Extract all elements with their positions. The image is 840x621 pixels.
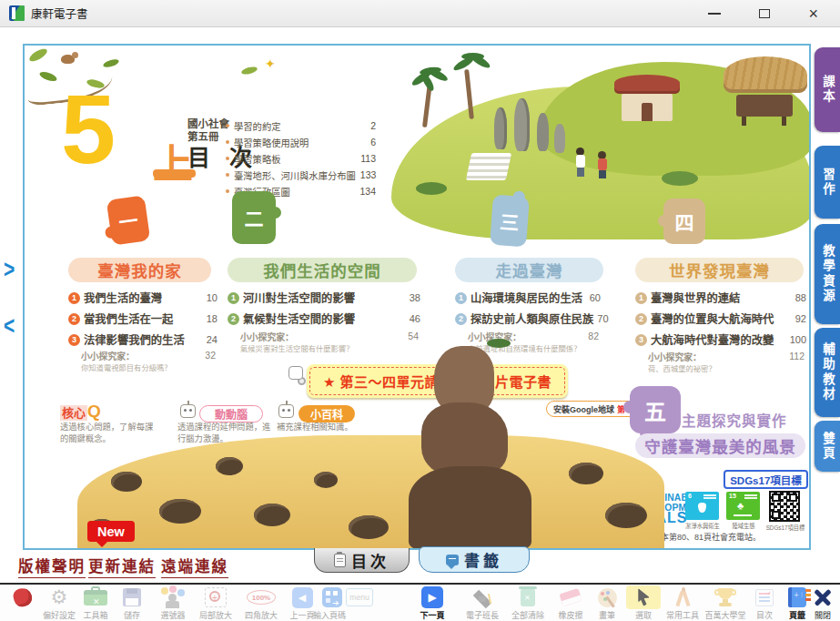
sdg15-icon: 15 ♣ bbox=[726, 492, 760, 520]
rock bbox=[216, 457, 243, 475]
unit5-category: 主題探究與實作 bbox=[682, 410, 787, 430]
children-illustration bbox=[574, 148, 620, 186]
rock-tower-illustration bbox=[409, 466, 531, 550]
toolbar-corner-zoom[interactable]: 100% 四角放大 bbox=[240, 585, 282, 621]
lesson-row: 2當我們生活在一起18 bbox=[68, 310, 218, 327]
sidebar-tab-teaching-resources[interactable]: 教學資源 bbox=[815, 224, 840, 324]
book-page: ✦ 5 上 國小社會 第五冊 目 次 學習的約定2 學習策略使用說明6 學習策略… bbox=[23, 44, 811, 550]
maximize-button[interactable] bbox=[759, 9, 770, 18]
bookmark-icon bbox=[446, 555, 459, 565]
unit1-title: 臺灣我的家 bbox=[68, 258, 211, 282]
legend-desc: 補充課程相關知識。 bbox=[277, 422, 353, 433]
front-matter-row: 學習策略板113 bbox=[226, 150, 376, 167]
next-arrow[interactable]: > bbox=[4, 255, 15, 284]
right-arrow-icon: ▶ bbox=[421, 586, 443, 608]
front-matter-row: 學習的約定2 bbox=[226, 117, 376, 134]
sparkle-illustration: ✦ bbox=[241, 56, 296, 84]
lesson-row: 1河川對生活空間的影響38 bbox=[228, 290, 420, 306]
front-matter-row: 臺灣地形、河川與水庫分布圖133 bbox=[226, 167, 376, 183]
sdgs-button[interactable]: SDGs17項目標 bbox=[724, 470, 808, 489]
tabbed-book-icon: ＋⋮ bbox=[788, 587, 806, 607]
unit2-icon: 二 bbox=[232, 191, 276, 244]
grade-number: 5 bbox=[61, 80, 116, 178]
copyright-link[interactable]: 版權聲明 bbox=[18, 555, 86, 578]
toolbar-clear-all[interactable]: ✕ 全部清除 bbox=[507, 585, 549, 621]
bush-illustration bbox=[416, 182, 447, 195]
floppy-disk-icon bbox=[123, 588, 141, 606]
legend-encyclopedia: 小百科 bbox=[299, 405, 355, 422]
temple-illustration bbox=[614, 75, 680, 131]
sidebar-tab-aux-materials[interactable]: 輔助教材 bbox=[815, 328, 840, 417]
toolbar-partial-zoom[interactable]: + 局部放大 bbox=[195, 585, 237, 621]
toolbar-close[interactable]: 關閉 bbox=[806, 585, 839, 621]
update-link[interactable]: 更新連結 bbox=[88, 555, 156, 578]
rock bbox=[605, 503, 647, 528]
sdg15-caption: 陸域生態 bbox=[726, 522, 761, 530]
title-bar: 康軒電子書 × bbox=[0, 0, 840, 27]
window-title: 康軒電子書 bbox=[31, 5, 88, 22]
hut-illustration bbox=[724, 56, 807, 129]
explorer-question: 氣候災害對生活空間有什麼影響？ bbox=[240, 342, 353, 353]
palette-brush-icon bbox=[598, 588, 617, 607]
legend-desc: 透過核心問題，了解每課的關鍵概念。 bbox=[60, 422, 153, 445]
minimize-button[interactable] bbox=[708, 13, 721, 15]
robot-icon bbox=[288, 366, 303, 380]
toolbar-million-school[interactable]: 百萬大學堂 bbox=[701, 585, 750, 621]
stamp-icon bbox=[12, 586, 34, 608]
lesson-row: 2臺灣的位置與大航海時代92 bbox=[635, 310, 806, 327]
rock bbox=[159, 499, 201, 524]
remote-link[interactable]: 遠端連線 bbox=[161, 555, 228, 578]
stairs-illustration bbox=[466, 153, 511, 180]
close-window-button[interactable]: × bbox=[808, 8, 818, 19]
explorer-row: 小小探究家：32 bbox=[81, 350, 216, 362]
close-x-icon bbox=[814, 588, 832, 606]
gear-icon: ⚙ bbox=[51, 586, 68, 608]
toc-tab[interactable]: 目次 bbox=[314, 548, 410, 573]
explorer-row: 小小探究家：54 bbox=[240, 331, 419, 343]
prev-arrow[interactable]: < bbox=[4, 311, 15, 341]
explorer-row: 小小探究家：112 bbox=[648, 351, 805, 363]
kangxuan-logo-icon bbox=[9, 5, 25, 21]
rock bbox=[349, 515, 389, 539]
toolbar-select[interactable]: 選取 bbox=[622, 585, 664, 621]
lesson-row: 1我們生活的臺灣10 bbox=[68, 290, 218, 306]
lesson-row: 2氣候對生活空間的影響46 bbox=[228, 310, 420, 327]
sidebar-tab-workbook[interactable]: 習作 bbox=[815, 146, 840, 219]
toolbar-next-page[interactable]: ▶ 下一頁 bbox=[411, 585, 453, 621]
graduation-cap-icon bbox=[471, 588, 494, 606]
rock bbox=[314, 472, 338, 488]
unit1-icon: 一 bbox=[106, 195, 151, 245]
lesson-row: 2探訪史前人類與原住民族70 bbox=[455, 310, 601, 327]
toolbar-save[interactable]: 儲存 bbox=[111, 585, 153, 621]
toolbar-common-tools[interactable]: 常用工具 bbox=[662, 585, 703, 621]
explorer-question: 荷、西城堡的祕密？ bbox=[648, 362, 716, 373]
trash-icon: ✕ bbox=[521, 589, 535, 606]
clipboard-icon bbox=[334, 554, 346, 567]
unit5-title: 守護臺灣最美的風景 bbox=[635, 433, 805, 458]
hundred-percent-icon: 100% bbox=[247, 590, 276, 605]
unit5-puzzle-icon: 五 bbox=[630, 386, 681, 433]
bottom-toolbar: ⚙ 偏好設定 ✕ 工具箱 儲存 選號器 + 局部放大 100% bbox=[0, 583, 840, 621]
toolbar-page-input[interactable]: ➔ menu 輸入頁碼 bbox=[306, 585, 390, 621]
lesson-row: 1臺灣與世界的連結88 bbox=[635, 290, 806, 306]
legend-brain: 動動腦 bbox=[199, 405, 263, 422]
explorer-question: 你知道電視節目有分級嗎？ bbox=[81, 361, 172, 372]
bookmark-tab[interactable]: 書籤 bbox=[419, 546, 530, 573]
sidebar-tab-dual-page[interactable]: 雙頁 bbox=[815, 421, 840, 472]
menu-box: menu bbox=[346, 588, 373, 606]
legend-core-q: 核心Q bbox=[60, 402, 101, 422]
rock bbox=[254, 504, 290, 526]
magnifier-plus-icon: + bbox=[205, 587, 227, 607]
qr-caption: SDGs17項目標 bbox=[765, 524, 805, 532]
new-badge: New bbox=[87, 521, 135, 542]
number-picker-icon bbox=[161, 587, 185, 607]
unit3-icon: 三 bbox=[490, 195, 530, 248]
sidebar-tab-textbook[interactable]: 課本 bbox=[815, 47, 840, 132]
front-matter-list: 學習的約定2 學習策略使用說明6 學習策略板113 臺灣地形、河川與水庫分布圖1… bbox=[226, 117, 376, 199]
rock bbox=[111, 472, 142, 492]
compass-icon bbox=[673, 587, 693, 607]
toolbar-number-picker[interactable]: 選號器 bbox=[152, 585, 194, 621]
unit3-title: 走過臺灣 bbox=[455, 258, 603, 282]
toolbar-class-leader[interactable]: 電子班長 bbox=[461, 585, 503, 621]
unit2-title: 我們生活的空間 bbox=[228, 258, 417, 282]
